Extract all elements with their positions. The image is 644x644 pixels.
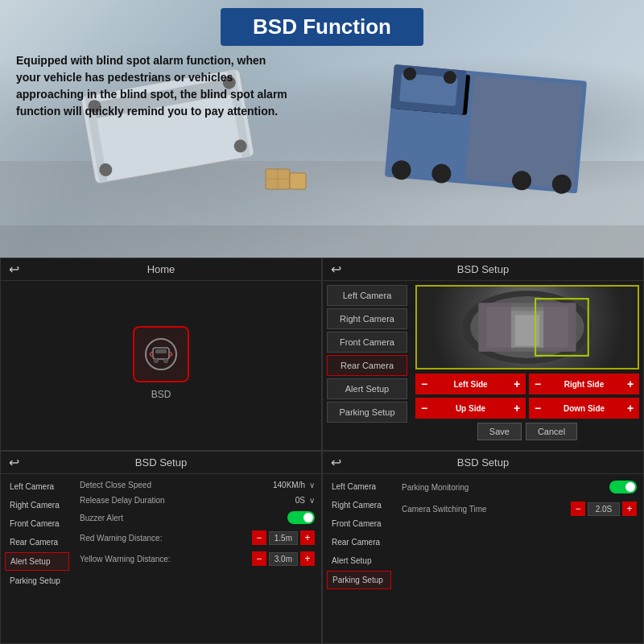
down-side-plus-btn[interactable]: +: [622, 398, 638, 418]
parking-sidebar-parking[interactable]: Parking Setup: [327, 571, 391, 589]
right-side-minus-btn[interactable]: −: [530, 374, 546, 394]
svg-point-29: [164, 358, 168, 362]
title-box: BSD Function: [221, 8, 423, 46]
control-left-side: − Left Side +: [415, 374, 526, 394]
alert-sidebar-menu: Left Camera Right Camera Front Camera Re…: [1, 474, 73, 638]
panel-bsd-parking: ↩ BSD Setup Left Camera Right Camera Fro…: [322, 451, 644, 644]
camera-view-area: − Left Side + − Right Side + − Up Side +: [411, 281, 643, 444]
right-side-plus-btn[interactable]: +: [622, 374, 638, 394]
parking-sidebar-right[interactable]: Right Camera: [327, 497, 391, 514]
red-warning-plus-btn[interactable]: +: [300, 530, 315, 545]
up-side-plus-btn[interactable]: +: [509, 398, 525, 418]
switching-time-minus-btn[interactable]: −: [571, 502, 585, 516]
camera-menu-front[interactable]: Front Camera: [327, 332, 407, 353]
detect-speed-row: Detect Close Speed 140KM/h ∨: [80, 481, 315, 489]
panel-bsd-parking-header: ↩ BSD Setup: [323, 452, 643, 474]
camera-menu-alert[interactable]: Alert Setup: [327, 378, 407, 399]
yellow-warning-minus-btn[interactable]: −: [252, 551, 266, 566]
save-button[interactable]: Save: [477, 423, 522, 440]
parking-monitoring-row: Parking Monitoring: [402, 481, 637, 493]
down-side-label: Down Side: [547, 404, 621, 413]
parking-monitoring-toggle[interactable]: [609, 481, 637, 493]
up-side-label: Up Side: [434, 404, 507, 413]
parking-sidebar-front[interactable]: Front Camera: [327, 515, 391, 532]
release-delay-value: 0S: [265, 496, 305, 505]
left-side-label: Left Side: [434, 380, 507, 389]
yellow-warning-control: − 3.0m +: [252, 551, 315, 566]
panel-bsd-alert-header: ↩ BSD Setup: [1, 452, 321, 474]
bsd-car-icon: [147, 340, 175, 369]
parking-sidebar-left[interactable]: Left Camera: [327, 478, 391, 495]
camera-switching-control: − 2.0S +: [571, 502, 637, 516]
svg-point-28: [155, 358, 159, 362]
bsd-icon: [145, 338, 177, 370]
release-delay-row: Release Delay Duration 0S ∨: [80, 496, 315, 505]
alert-sidebar-rear[interactable]: Rear Camera: [5, 534, 69, 551]
alert-sidebar-left[interactable]: Left Camera: [5, 478, 69, 495]
panel-bsd-setup1-content: Left Camera Right Camera Front Camera Re…: [323, 281, 643, 444]
camera-switching-row: Camera Switching Time − 2.0S +: [402, 502, 637, 516]
left-side-plus-btn[interactable]: +: [509, 374, 525, 394]
panel-bsd-parking-title: BSD Setup: [457, 456, 509, 469]
down-side-minus-btn[interactable]: −: [530, 398, 546, 418]
back-arrow-parking[interactable]: ↩: [331, 455, 341, 470]
control-down-side: − Down Side +: [529, 398, 639, 419]
alert-sidebar-parking[interactable]: Parking Setup: [5, 572, 69, 589]
red-warning-control: − 1.5m +: [252, 530, 315, 545]
camera-switching-label: Camera Switching Time: [402, 505, 567, 514]
camera-menu-rear[interactable]: Rear Camera: [327, 355, 407, 376]
alert-sidebar-right[interactable]: Right Camera: [5, 497, 69, 514]
yellow-warning-plus-btn[interactable]: +: [300, 551, 315, 566]
svg-rect-23: [290, 173, 306, 189]
camera-preview-inner: [417, 287, 638, 368]
panel-bsd-alert: ↩ BSD Setup Left Camera Right Camera Fro…: [0, 451, 322, 644]
save-cancel-row: Save Cancel: [415, 423, 639, 440]
bsd-icon-box[interactable]: [133, 326, 189, 382]
panel-home-header: ↩ Home: [1, 258, 321, 281]
buzzer-toggle[interactable]: [287, 511, 315, 524]
yellow-warning-label: Yellow Warning Distance:: [80, 555, 248, 564]
panel-home-content: BSD: [1, 281, 321, 444]
panel-home: ↩ Home BSD: [0, 258, 322, 451]
svg-rect-37: [543, 303, 576, 352]
panel-bsd-alert-content: Left Camera Right Camera Front Camera Re…: [1, 474, 321, 638]
red-warning-minus-btn[interactable]: −: [252, 530, 266, 545]
detect-speed-chevron[interactable]: ∨: [309, 481, 315, 489]
panel-bsd-setup1-title: BSD Setup: [457, 263, 509, 275]
left-side-minus-btn[interactable]: −: [416, 374, 432, 394]
svg-rect-36: [478, 303, 510, 352]
camera-menu-right[interactable]: Right Camera: [327, 308, 407, 329]
release-delay-chevron[interactable]: ∨: [309, 496, 315, 505]
back-arrow-alert[interactable]: ↩: [9, 455, 19, 470]
yellow-warning-value: 3.0m: [269, 552, 298, 566]
panel-bsd-alert-title: BSD Setup: [135, 456, 187, 469]
parking-sidebar-rear[interactable]: Rear Camera: [327, 534, 391, 551]
panel-bsd-parking-content: Left Camera Right Camera Front Camera Re…: [323, 474, 643, 638]
camera-menu-left[interactable]: Left Camera: [327, 285, 407, 306]
switching-time-value: 2.0S: [588, 502, 620, 516]
cancel-button[interactable]: Cancel: [526, 423, 577, 440]
alert-sidebar-alert[interactable]: Alert Setup: [5, 552, 69, 571]
red-warning-row: Red Warning Distance: − 1.5m +: [80, 530, 315, 545]
parking-sidebar-menu: Left Camera Right Camera Front Camera Re…: [323, 474, 395, 638]
right-side-label: Right Side: [547, 380, 621, 389]
panel-bsd-setup1: ↩ BSD Setup Left Camera Right Camera Fro…: [322, 258, 644, 451]
parking-sidebar-alert[interactable]: Alert Setup: [327, 552, 391, 569]
alert-settings-area: Detect Close Speed 140KM/h ∨ Release Del…: [73, 474, 321, 638]
svg-rect-27: [155, 349, 167, 353]
alert-sidebar-front[interactable]: Front Camera: [5, 515, 69, 532]
release-delay-label: Release Delay Duration: [80, 496, 261, 505]
control-right-side: − Right Side +: [529, 374, 639, 394]
panel-home-title: Home: [147, 263, 175, 275]
panels-grid: ↩ Home BSD: [0, 258, 644, 644]
switching-time-plus-btn[interactable]: +: [622, 502, 637, 516]
back-arrow-home[interactable]: ↩: [9, 262, 19, 277]
camera-menu: Left Camera Right Camera Front Camera Re…: [323, 281, 411, 444]
camera-menu-parking[interactable]: Parking Setup: [327, 402, 407, 423]
buzzer-row: Buzzer Alert: [80, 511, 315, 524]
back-arrow-bsd1[interactable]: ↩: [331, 262, 341, 277]
camera-fisheye: [417, 287, 638, 368]
up-side-minus-btn[interactable]: −: [416, 398, 432, 418]
hero-section: BSD Function Equipped with blind spot al…: [0, 0, 644, 258]
parking-monitoring-label: Parking Monitoring: [402, 483, 605, 492]
